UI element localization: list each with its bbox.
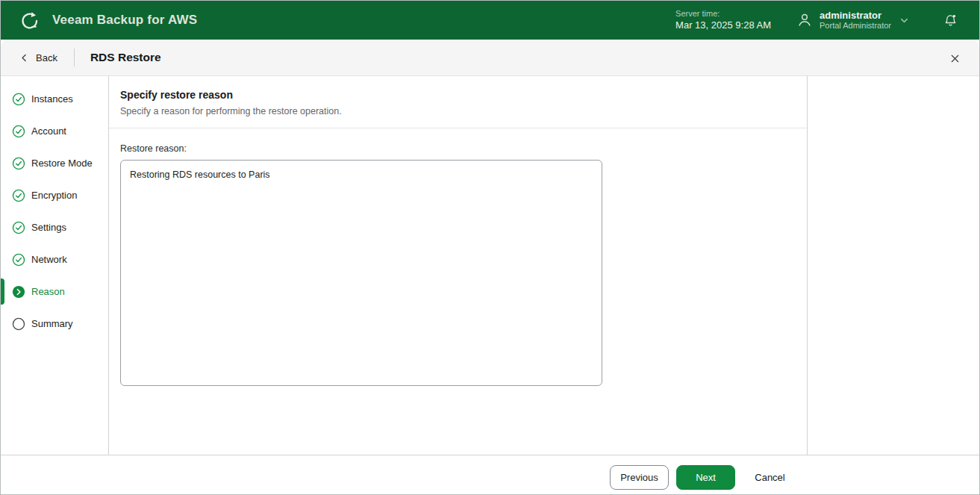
- sidebar-step-instances[interactable]: Instances: [1, 83, 108, 115]
- sidebar-step-restore-mode[interactable]: Restore Mode: [1, 147, 108, 179]
- sidebar-step-account[interactable]: Account: [1, 115, 108, 147]
- veeam-logo-icon: [19, 10, 40, 31]
- close-button[interactable]: [943, 47, 966, 69]
- step-label: Settings: [31, 222, 66, 233]
- check-circle-icon: [12, 221, 25, 234]
- restore-reason-label: Restore reason:: [120, 143, 187, 154]
- app-title: Veeam Backup for AWS: [52, 13, 197, 28]
- chevron-left-icon: [19, 53, 29, 63]
- wizard-footer: Previous Next Cancel: [1, 455, 979, 495]
- user-role: Portal Administrator: [820, 21, 891, 31]
- check-circle-icon: [12, 189, 25, 202]
- chevron-down-icon: [899, 15, 910, 26]
- step-label: Account: [31, 125, 66, 137]
- back-label: Back: [36, 52, 57, 63]
- back-button[interactable]: Back: [19, 52, 57, 63]
- cancel-button[interactable]: Cancel: [742, 465, 798, 490]
- step-header: Specify restore reason Specify a reason …: [109, 76, 807, 128]
- sidebar-step-reason[interactable]: Reason: [1, 275, 108, 308]
- close-icon: [949, 53, 961, 64]
- user-text: administrator Portal Administrator: [820, 10, 891, 31]
- step-label: Network: [31, 254, 67, 265]
- check-circle-icon: [12, 253, 25, 267]
- user-name: administrator: [820, 10, 891, 22]
- server-time-value: Mar 13, 2025 9:28 AM: [675, 19, 771, 31]
- wizard-toolbar: Back RDS Restore: [1, 40, 979, 76]
- restore-reason-textarea[interactable]: Restoring RDS resources to Paris: [120, 160, 602, 386]
- step-form: Restore reason: Restoring RDS resources …: [109, 128, 807, 399]
- sidebar-step-encryption[interactable]: Encryption: [1, 179, 108, 211]
- user-menu[interactable]: administrator Portal Administrator: [796, 10, 910, 31]
- step-heading: Specify restore reason: [120, 89, 796, 101]
- check-circle-icon: [12, 157, 25, 170]
- user-icon: [796, 12, 813, 28]
- toolbar-divider: [74, 49, 75, 66]
- bell-icon: [943, 13, 958, 28]
- arrow-circle-icon: [12, 285, 25, 299]
- sidebar-step-settings[interactable]: Settings: [1, 211, 108, 243]
- empty-circle-icon: [12, 317, 25, 331]
- server-time: Server time: Mar 13, 2025 9:28 AM: [675, 9, 771, 31]
- active-step-indicator: [1, 278, 4, 305]
- next-button[interactable]: Next: [676, 465, 735, 490]
- step-label: Encryption: [31, 190, 77, 201]
- right-panel: [808, 76, 979, 455]
- app-header: Veeam Backup for AWS Server time: Mar 13…: [1, 1, 979, 40]
- sidebar-step-summary[interactable]: Summary: [1, 308, 108, 340]
- server-time-label: Server time:: [675, 9, 771, 19]
- previous-button[interactable]: Previous: [610, 465, 669, 490]
- wizard-body: Instances: [1, 76, 979, 455]
- step-content: Specify restore reason Specify a reason …: [109, 76, 808, 455]
- step-subheading: Specify a reason for performing the rest…: [120, 106, 796, 116]
- check-circle-icon: [12, 125, 25, 138]
- step-label: Reason: [31, 286, 65, 297]
- page-title: RDS Restore: [90, 51, 161, 64]
- notifications-button[interactable]: [943, 13, 958, 28]
- check-circle-icon: [12, 93, 25, 106]
- wizard-steps: Instances: [1, 76, 109, 455]
- veeam-backup-aws-window: Veeam Backup for AWS Server time: Mar 13…: [0, 0, 980, 495]
- sidebar-step-network[interactable]: Network: [1, 243, 108, 275]
- step-label: Restore Mode: [31, 158, 93, 169]
- step-label: Instances: [31, 93, 73, 105]
- step-label: Summary: [31, 318, 73, 329]
